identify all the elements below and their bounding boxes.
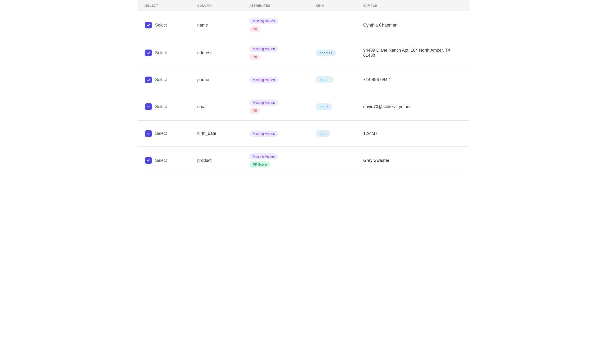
column-name-address: address — [197, 51, 250, 55]
badge-pp-score-product: PP Score — [250, 161, 270, 168]
sample-product: Grey Sweater — [363, 158, 462, 163]
kind-cell-birth_date: date — [316, 130, 363, 137]
header-kind: KIND — [316, 4, 363, 7]
column-name-birth_date: birth_date — [197, 131, 250, 136]
select-cell-product: Select — [145, 157, 197, 164]
attributes-cell-product: Missing ValuesPP Score — [250, 153, 316, 168]
column-name-phone: phone — [197, 77, 250, 82]
table-row: SelectaddressMissing ValuesPIIaddress944… — [138, 39, 469, 67]
checkbox-birth_date[interactable] — [145, 130, 152, 137]
header-column: COLUMN — [197, 4, 250, 7]
select-cell-email: Select — [145, 103, 197, 110]
checkbox-name[interactable] — [145, 22, 152, 28]
attributes-cell-birth_date: Missing Values — [250, 130, 316, 137]
table-body: SelectnameMissing ValuesPIICynthia Chapm… — [138, 11, 469, 174]
badge-missing-name: Missing Values — [250, 18, 278, 24]
checkbox-phone[interactable] — [145, 77, 152, 83]
badge-pii-name: PII — [250, 26, 260, 32]
badge-missing-email: Missing Values — [250, 100, 278, 106]
sample-address: 94409 Diane Ranch Apt. 164 North Amber, … — [363, 48, 462, 58]
kind-cell-address: address — [316, 50, 363, 56]
table-header: SELECT COLUMN ATTRIBUTES KIND SAMPLE — [138, 0, 469, 11]
table-row: Selectbirth_dateMissing Valuesdate12/4/3… — [138, 121, 469, 147]
attributes-cell-address: Missing ValuesPII — [250, 46, 316, 60]
select-label-product: Select — [155, 158, 167, 163]
kind-badge-email: email — [316, 103, 332, 110]
sample-name: Cynthia Chapman — [363, 23, 462, 28]
attributes-cell-email: Missing ValuesPII — [250, 100, 316, 114]
table-row: SelectproductMissing ValuesPP ScoreGrey … — [138, 147, 469, 174]
badge-missing-address: Missing Values — [250, 46, 278, 52]
kind-cell-email: email — [316, 103, 363, 110]
table-row: SelectemailMissing ValuesPIIemaildavid70… — [138, 93, 469, 121]
checkbox-address[interactable] — [145, 50, 152, 56]
select-label-birth_date: Select — [155, 131, 167, 136]
sample-email: david70@stokes-frye.net — [363, 104, 462, 109]
badge-missing-birth_date: Missing Values — [250, 130, 278, 137]
kind-badge-birth_date: date — [316, 130, 330, 137]
table-row: SelectnameMissing ValuesPIICynthia Chapm… — [138, 11, 469, 39]
checkbox-email[interactable] — [145, 103, 152, 110]
column-name-email: email — [197, 104, 250, 109]
select-cell-phone: Select — [145, 77, 197, 83]
kind-badge-address: address — [316, 50, 336, 56]
badge-pii-address: PII — [250, 54, 260, 60]
badge-missing-product: Missing Values — [250, 153, 278, 159]
attributes-cell-name: Missing ValuesPII — [250, 18, 316, 32]
kind-cell-phone: phone — [316, 76, 363, 83]
attributes-cell-phone: Missing Values — [250, 77, 316, 83]
kind-badge-phone: phone — [316, 76, 333, 83]
select-label-name: Select — [155, 23, 167, 28]
sample-birth_date: 12/4/37 — [363, 131, 462, 136]
column-name-name: name — [197, 23, 250, 28]
badge-missing-phone: Missing Values — [250, 77, 278, 83]
select-label-phone: Select — [155, 77, 167, 82]
select-cell-birth_date: Select — [145, 130, 197, 137]
table-row: SelectphoneMissing Valuesphone714-496-08… — [138, 67, 469, 93]
column-name-product: product — [197, 158, 250, 163]
data-table: SELECT COLUMN ATTRIBUTES KIND SAMPLE Sel… — [138, 0, 469, 174]
header-select: SELECT — [145, 4, 197, 7]
select-label-address: Select — [155, 51, 167, 55]
checkbox-product[interactable] — [145, 157, 152, 164]
header-attributes: ATTRIBUTES — [250, 4, 316, 7]
header-sample: SAMPLE — [363, 4, 462, 7]
badge-pii-email: PII — [250, 108, 260, 114]
select-label-email: Select — [155, 104, 167, 109]
select-cell-name: Select — [145, 22, 197, 28]
select-cell-address: Select — [145, 50, 197, 56]
sample-phone: 714-496-0842 — [363, 77, 462, 82]
